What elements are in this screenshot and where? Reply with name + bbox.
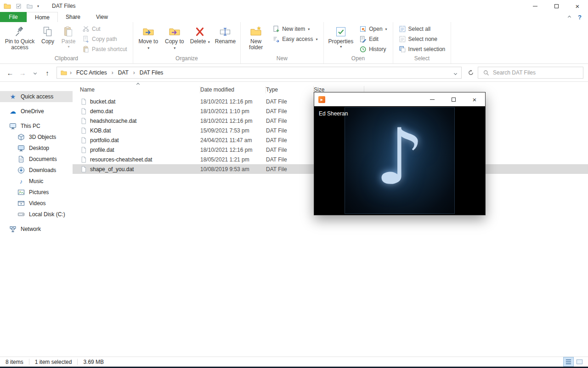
status-bar: 8 items 1 item selected 3.69 MB: [0, 356, 588, 367]
sidebar-item-documents[interactable]: Documents: [0, 154, 73, 165]
new-item-button[interactable]: New item ▾: [269, 24, 321, 34]
up-icon: ↑: [45, 69, 49, 77]
customize-toolbar-chevron-icon[interactable]: ▾: [37, 4, 39, 8]
sidebar-item-local-disk-c[interactable]: Local Disk (C:): [0, 209, 73, 220]
onedrive-cloud-icon: ☁: [9, 108, 17, 115]
player-title-bar[interactable]: ▶ ×: [314, 92, 485, 106]
player-video-area[interactable]: Ed Sheeran ♪: [314, 106, 485, 215]
rename-icon: [219, 25, 231, 38]
search-box[interactable]: [478, 67, 583, 79]
paste-dropdown-icon: ▾: [68, 45, 69, 48]
help-icon[interactable]: ?: [578, 14, 582, 21]
address-dropdown-icon[interactable]: [454, 72, 457, 75]
close-button[interactable]: ×: [567, 0, 588, 12]
file-date: 18/10/2021 12:16 pm: [200, 118, 266, 124]
edit-label: Edit: [369, 36, 379, 42]
album-art-panel: ♪: [345, 107, 455, 214]
dat-file-icon: [80, 108, 87, 115]
copy-to-dropdown-icon: ▾: [174, 46, 175, 50]
delete-button[interactable]: Delete ▾: [188, 23, 212, 46]
paste-shortcut-button[interactable]: Paste shortcut: [79, 44, 130, 54]
copy-to-button[interactable]: Copy to ▾: [162, 23, 187, 52]
search-input[interactable]: [493, 69, 579, 76]
thumbnail-view-button[interactable]: [575, 357, 584, 366]
minimize-button[interactable]: [525, 0, 546, 12]
back-icon: ←: [7, 69, 14, 77]
dat-file-icon: [80, 117, 87, 125]
dat-file-icon: [80, 146, 87, 154]
forward-button[interactable]: →: [17, 67, 28, 78]
item-count: 8 items: [0, 359, 29, 365]
dat-file-icon: [80, 137, 87, 144]
sidebar-item-this-pc[interactable]: This PC: [0, 121, 73, 132]
open-button[interactable]: Open ▾: [356, 24, 390, 34]
organize-group-label: Organize: [133, 55, 240, 63]
address-bar[interactable]: › FCC Articles › DAT › DAT Files: [57, 67, 462, 79]
dat-file-icon: [80, 98, 87, 105]
artist-label: Ed Sheeran: [319, 110, 348, 117]
sidebar-item-videos[interactable]: Videos: [0, 198, 73, 209]
select-all-button[interactable]: Select all: [396, 24, 449, 34]
ribbon-group-select: Select all Select none Invert selection …: [393, 22, 452, 63]
pin-to-quick-access-button[interactable]: Pin to Quick access: [2, 23, 37, 52]
thumbnail-view-icon: [576, 358, 583, 365]
file-date: 18/10/2021 1:10 pm: [200, 108, 266, 115]
column-header-name[interactable]: Name: [80, 86, 200, 93]
sidebar-item-onedrive[interactable]: ☁OneDrive: [0, 106, 73, 117]
refresh-button[interactable]: [465, 67, 476, 78]
breadcrumb-fcc-articles[interactable]: FCC Articles: [74, 69, 109, 76]
quick-access-star-icon: ★: [9, 93, 17, 100]
file-name: resources-cheatsheet.dat: [90, 156, 152, 163]
tab-share[interactable]: Share: [58, 12, 88, 22]
edit-icon: [359, 35, 367, 43]
paste-button[interactable]: Paste ▾: [58, 23, 79, 50]
properties-button[interactable]: Properties ▾: [326, 23, 356, 50]
sidebar-item-quick-access[interactable]: ★Quick access: [0, 91, 73, 102]
player-minimize-button[interactable]: [422, 92, 443, 106]
new-folder-label: New folder: [245, 39, 266, 51]
easy-access-button[interactable]: Easy access ▾: [269, 34, 321, 44]
sidebar-item-music[interactable]: ♪Music: [0, 176, 73, 187]
column-header-type[interactable]: Type: [266, 86, 314, 93]
properties-dropdown-icon: ▾: [340, 45, 342, 48]
new-folder-button[interactable]: New folder: [243, 23, 269, 52]
select-none-button[interactable]: Select none: [396, 34, 449, 44]
file-type: DAT File: [266, 156, 314, 163]
cut-button[interactable]: Cut: [79, 24, 130, 34]
player-close-button[interactable]: ×: [464, 92, 485, 106]
sidebar-label: Network: [21, 226, 41, 232]
tab-view[interactable]: View: [88, 12, 116, 22]
edit-button[interactable]: Edit: [356, 34, 390, 44]
collapse-ribbon-icon[interactable]: [568, 15, 571, 18]
breadcrumb-dat-files[interactable]: DAT Files: [137, 69, 166, 76]
select-none-icon: [399, 35, 406, 43]
quick-toolbar-newfolder-icon[interactable]: [26, 2, 33, 10]
details-view-button[interactable]: [564, 357, 573, 366]
player-maximize-button[interactable]: [443, 92, 464, 106]
tab-home[interactable]: Home: [27, 12, 58, 22]
breadcrumb-dat[interactable]: DAT: [116, 69, 131, 76]
history-button[interactable]: History: [356, 44, 390, 54]
invert-selection-button[interactable]: Invert selection: [396, 44, 449, 54]
move-to-button[interactable]: Move to ▾: [136, 23, 161, 52]
tab-file-label: File: [9, 14, 17, 20]
sidebar-item-network[interactable]: Network: [0, 224, 73, 235]
recent-locations-button[interactable]: [29, 67, 40, 78]
sidebar-item-pictures[interactable]: Pictures: [0, 187, 73, 198]
select-group-label: Select: [393, 55, 451, 63]
tab-home-label: Home: [35, 14, 50, 21]
quick-toolbar-properties-icon[interactable]: [15, 2, 22, 10]
copy-button[interactable]: Copy: [38, 23, 58, 46]
tab-file[interactable]: File: [0, 12, 27, 22]
copy-path-button[interactable]: Copy path: [79, 34, 130, 44]
sidebar-item-3d-objects[interactable]: 3D Objects: [0, 132, 73, 143]
column-header-date-modified[interactable]: Date modified: [200, 86, 266, 93]
rename-button[interactable]: Rename: [213, 23, 238, 46]
properties-label: Properties: [328, 39, 354, 45]
up-button[interactable]: ↑: [42, 67, 53, 78]
sidebar-item-desktop[interactable]: Desktop: [0, 143, 73, 154]
back-button[interactable]: ←: [5, 67, 16, 78]
maximize-button[interactable]: [546, 0, 567, 12]
sidebar-item-downloads[interactable]: Downloads: [0, 165, 73, 176]
desktop-icon: [17, 144, 25, 152]
